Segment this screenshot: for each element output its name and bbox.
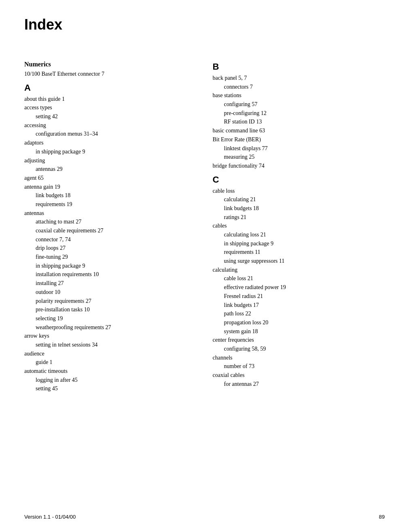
index-entry: back panel 5, 7 — [213, 74, 385, 83]
index-entry: arrow keys — [24, 332, 197, 340]
index-entry: coaxial cables — [213, 371, 385, 380]
index-entry: weatherproofing requirements 27 — [36, 323, 197, 332]
index-entry: bridge functionality 74 — [213, 162, 385, 170]
index-entry: drip loops 27 — [36, 244, 197, 253]
index-entry: selecting 19 — [36, 314, 197, 323]
index-entry: accessing — [24, 121, 197, 130]
footer-page-number: 89 — [379, 514, 385, 520]
index-entry: cable loss — [213, 187, 385, 196]
index-entry: effective radiated power 19 — [224, 283, 385, 292]
index-entry: RF station ID 13 — [224, 117, 385, 126]
index-entry: setting in telnet sessions 34 — [36, 340, 197, 349]
index-entry: link budgets 18 — [224, 204, 385, 213]
index-entry: pre-installation tasks 10 — [36, 305, 197, 314]
index-entry: link budgets 17 — [224, 301, 385, 310]
index-entry: in shipping package 9 — [36, 262, 197, 270]
index-entry: linktest displays 77 — [224, 144, 385, 153]
index-entry: connector 7, 74 — [36, 235, 197, 244]
index-letter: A — [24, 83, 197, 93]
index-entry: calculating 21 — [224, 195, 385, 204]
index-entry: calculating — [213, 266, 385, 275]
index-entry: guide 1 — [36, 358, 197, 367]
index-entry: 10/100 BaseT Ethernet connector 7 — [24, 70, 197, 79]
index-entry: for antennas 27 — [224, 380, 385, 389]
index-entry: base stations — [213, 91, 385, 100]
index-entry: in shipping package 9 — [36, 147, 197, 156]
index-entry: pre-configuring 12 — [224, 109, 385, 118]
index-entry: antennas — [24, 209, 197, 218]
right-column: Bback panel 5, 7connectors 7base station… — [213, 57, 385, 393]
index-entry: adaptors — [24, 138, 197, 147]
index-letter: C — [213, 174, 385, 185]
index-entry: coaxial cable requirements 27 — [36, 226, 197, 235]
index-entry: installation requirements 10 — [36, 270, 197, 279]
index-entry: installing 27 — [36, 279, 197, 288]
index-entry: adjusting — [24, 156, 197, 165]
index-entry: attaching to mast 27 — [36, 217, 197, 226]
index-entry: setting 42 — [36, 112, 197, 121]
index-entry: in shipping package 9 — [224, 239, 385, 248]
page-title: Index — [24, 16, 385, 33]
index-entry: fine-tuning 29 — [36, 253, 197, 262]
index-entry: system gain 18 — [224, 327, 385, 336]
index-entry: automatic timeouts — [24, 367, 197, 376]
index-entry: access types — [24, 103, 197, 112]
index-entry: antennas 29 — [36, 165, 197, 174]
index-entry: setting 45 — [36, 384, 197, 393]
index-entry: configuring 57 — [224, 100, 385, 109]
left-column: Numerics10/100 BaseT Ethernet connector … — [24, 57, 197, 393]
index-entry: measuring 25 — [224, 153, 385, 162]
index-entry: configuration menus 31–34 — [36, 130, 197, 138]
index-entry: using surge suppressors 11 — [224, 257, 385, 266]
index-entry: Fresnel radius 21 — [224, 292, 385, 301]
index-entry: configuring 58, 59 — [224, 345, 385, 353]
index-entry: audience — [24, 349, 197, 358]
index-letter: B — [213, 62, 385, 72]
index-entry: path loss 22 — [224, 309, 385, 318]
index-entry: requirements 11 — [224, 248, 385, 257]
index-entry: channels — [213, 353, 385, 362]
footer-version: Version 1.1 - 01/04/00 — [24, 514, 76, 520]
index-entry: polarity requirements 27 — [36, 297, 197, 306]
index-entry: number of 73 — [224, 362, 385, 371]
index-entry: link budgets 18 — [36, 191, 197, 200]
index-entry: outdoor 10 — [36, 288, 197, 297]
index-entry: antenna gain 19 — [24, 183, 197, 192]
index-entry: connectors 7 — [224, 83, 385, 92]
index-entry: cable loss 21 — [224, 274, 385, 283]
index-entry: calculating loss 21 — [224, 230, 385, 239]
index-entry: logging in after 45 — [36, 376, 197, 385]
section-title: Numerics — [24, 61, 197, 68]
index-entry: center frequencies — [213, 336, 385, 345]
index-entry: basic command line 63 — [213, 126, 385, 135]
index-entry: ratings 21 — [224, 213, 385, 222]
index-entry: about this guide 1 — [24, 95, 197, 104]
index-entry: propagation loss 20 — [224, 318, 385, 327]
index-entry: agent 65 — [24, 174, 197, 183]
index-entry: Bit Error Rate (BER) — [213, 135, 385, 144]
index-entry: cables — [213, 221, 385, 230]
index-entry: requirements 19 — [36, 200, 197, 209]
